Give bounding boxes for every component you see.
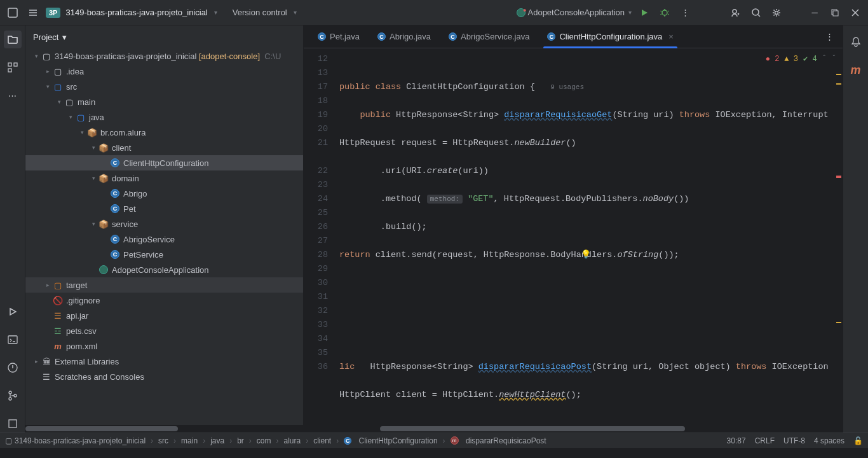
more-icon[interactable]: ⋮ [677,5,693,20]
tree-item[interactable]: 🚫.gitignore [25,293,303,308]
collab-icon[interactable] [728,5,743,20]
hamburger-icon[interactable] [25,5,41,20]
terminal-icon[interactable] [4,331,22,349]
run-configuration[interactable]: ● AdopetConsoleApplication ▾ [517,8,632,17]
settings-icon[interactable] [769,5,784,20]
encoding[interactable]: UTF-8 [783,436,805,445]
insp-up-icon[interactable]: ˆ [822,52,827,66]
maven-icon[interactable]: m [847,61,865,79]
panel-title: Project [33,32,58,42]
project-tree[interactable]: ▾▢3149-boas-praticas-java-projeto_inicia… [25,48,303,425]
svg-rect-0 [8,8,17,17]
svg-marker-10 [10,309,16,315]
vcs-tool-icon[interactable] [4,387,22,405]
tree-item[interactable]: CPetService [25,247,303,262]
notifications-icon[interactable] [847,33,865,51]
tree-item[interactable]: ☰Scratches and Consoles [25,369,303,384]
caret-pos[interactable]: 30:87 [727,436,746,445]
line-sep[interactable]: CRLF [755,436,775,445]
services-icon[interactable] [4,303,22,321]
tab-abrigoservice[interactable]: CAbrigoService.java [440,25,538,48]
svg-point-2 [733,10,736,13]
error-count: ● 2 [766,52,780,66]
tree-scrollbar-h[interactable] [25,425,303,433]
build-icon[interactable] [4,415,22,433]
tree-item[interactable]: AdopetConsoleApplication [25,262,303,277]
tree-item[interactable]: ▾📦br.com.alura [25,125,303,140]
svg-rect-9 [8,69,11,72]
tree-item[interactable]: ▾📦client [25,140,303,155]
maximize-icon[interactable] [827,5,843,20]
debug-icon[interactable] [657,5,672,20]
svg-point-13 [9,391,11,394]
svg-rect-7 [8,63,11,66]
tab-menu-icon[interactable]: ⋮ [817,32,843,41]
close-icon[interactable] [848,5,863,20]
svg-rect-11 [8,336,17,344]
indent[interactable]: 4 spaces [814,436,844,445]
search-icon[interactable] [749,5,764,20]
readonly-icon[interactable]: 🔓 [853,436,863,445]
inspection-widget[interactable]: ● 2 ▲ 3 ✔ 4 ˆ ˇ [766,52,836,66]
editor[interactable]: 1213171819202122232425262728293031323334… [304,48,843,425]
warn-count: ▲ 3 [784,52,798,66]
vcs-menu[interactable]: Version control [233,8,287,17]
project-badge: 3P [46,8,60,18]
tree-item[interactable]: ▾📦service [25,216,303,232]
tree-item[interactable]: ▾▢java [25,109,303,125]
tree-item[interactable]: ▸▢.idea [25,64,303,79]
breadcrumb[interactable]: ▢3149-boas-praticas-java-projeto_inicial… [5,436,546,445]
tree-item[interactable]: ▸🏛External Libraries [25,354,303,369]
code-body[interactable]: ● 2 ▲ 3 ✔ 4 ˆ ˇ public class ClientHttpC… [334,48,843,425]
typo-count: ✔ 4 [803,52,817,66]
structure-tool-icon[interactable] [4,59,22,76]
chevron-down-icon: ▾ [62,32,67,42]
tree-item[interactable]: mpom.xml [25,338,303,354]
gutter: 1213171819202122232425262728293031323334… [304,48,334,425]
tree-item[interactable]: ▸▢target [25,277,303,293]
tree-item[interactable]: ▾▢main [25,94,303,109]
project-panel-header[interactable]: Project ▾ [25,25,303,48]
tree-item[interactable]: ▾▢src [25,79,303,94]
tree-item[interactable]: ▾📦domain [25,170,303,186]
close-tab-icon[interactable]: × [668,32,674,41]
svg-point-14 [9,398,11,400]
svg-point-4 [775,11,778,14]
problems-icon[interactable] [4,359,22,377]
svg-rect-16 [9,420,17,427]
run-config-label: AdopetConsoleApplication [528,8,625,17]
tree-item-selected[interactable]: CClientHttpConfiguration [25,155,303,170]
tree-item[interactable]: CPet [25,201,303,216]
intention-bulb-icon[interactable]: 💡 [581,248,591,262]
minimize-icon[interactable]: ─ [807,5,822,20]
app-menu-icon[interactable] [5,5,20,20]
project-name[interactable]: 3149-boas-praticas-java-projeto_inicial [65,8,207,17]
minimap[interactable] [835,48,843,425]
run-icon[interactable] [637,5,652,20]
project-tool-icon[interactable] [4,31,22,48]
tab-pet[interactable]: CPet.java [309,25,369,48]
svg-point-1 [662,10,667,15]
tab-abrigo[interactable]: CAbrigo.java [369,25,440,48]
svg-rect-6 [833,11,838,16]
chevron-down-icon: ▾ [294,9,297,16]
tree-item[interactable]: CAbrigo [25,186,303,201]
tree-item[interactable]: ☲pets.csv [25,323,303,338]
app-icon: ● [517,8,526,17]
tree-item[interactable]: ☰api.jar [25,308,303,323]
chevron-down-icon: ▾ [214,9,217,16]
tree-root[interactable]: ▾▢3149-boas-praticas-java-projeto_inicia… [25,48,303,64]
more-tools-icon[interactable]: ⋯ [4,87,22,104]
svg-point-3 [752,9,759,15]
svg-rect-8 [14,63,17,66]
tree-item[interactable]: CAbrigoService [25,232,303,247]
chevron-down-icon: ▾ [628,9,632,16]
tab-clienthttp[interactable]: CClientHttpConfiguration.java× [538,25,682,48]
editor-scrollbar-h[interactable] [304,425,843,433]
svg-point-15 [14,394,17,397]
